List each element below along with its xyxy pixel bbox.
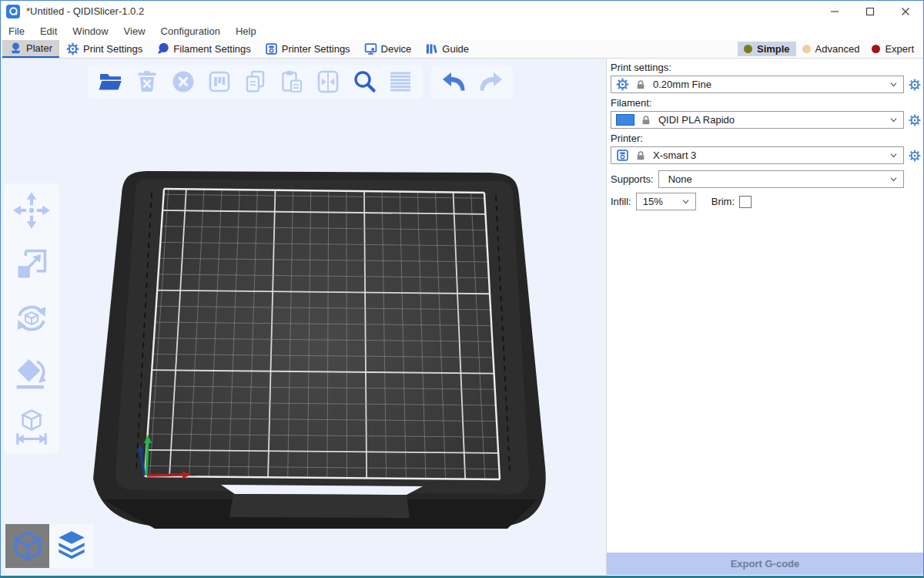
export-gcode-button[interactable]: Export G-code bbox=[607, 553, 923, 575]
open-button[interactable] bbox=[92, 65, 129, 99]
chevron-down-icon bbox=[887, 113, 900, 126]
printer-icon bbox=[265, 42, 278, 55]
maximize-button[interactable] bbox=[852, 1, 888, 22]
rotate-icon bbox=[12, 299, 51, 338]
scale-button[interactable] bbox=[9, 242, 54, 287]
delete-all-button[interactable] bbox=[165, 65, 201, 99]
chevron-down-icon bbox=[679, 195, 692, 208]
gear-icon bbox=[616, 78, 629, 91]
tab-guide[interactable]: Guide bbox=[418, 40, 476, 58]
menu-configuration[interactable]: Configuration bbox=[153, 25, 228, 37]
rotate-button[interactable] bbox=[9, 296, 54, 341]
infill-label: Infill: bbox=[611, 196, 631, 207]
tab-bar: Plater Print Settings Filament Settings … bbox=[1, 40, 923, 59]
menu-help[interactable]: Help bbox=[228, 25, 264, 37]
filament-combo[interactable]: QIDI PLA Rapido bbox=[611, 111, 904, 129]
lock-icon bbox=[634, 150, 647, 162]
minimize-button[interactable] bbox=[817, 1, 852, 22]
print-settings-combo[interactable]: 0.20mm Fine bbox=[611, 76, 904, 93]
place-on-face-icon bbox=[12, 353, 51, 391]
simple-dot-icon bbox=[744, 45, 752, 53]
mode-expert[interactable]: Expert bbox=[865, 42, 920, 56]
3d-viewport[interactable] bbox=[1, 59, 606, 576]
search-icon bbox=[352, 69, 377, 94]
paste-icon bbox=[280, 69, 304, 94]
tab-device[interactable]: Device bbox=[357, 40, 419, 58]
filament-gear-button[interactable] bbox=[909, 114, 921, 126]
measure-icon bbox=[12, 407, 51, 445]
move-icon bbox=[12, 191, 51, 230]
delete-button[interactable] bbox=[129, 65, 165, 99]
open-folder-icon bbox=[98, 69, 124, 94]
menu-file[interactable]: File bbox=[1, 25, 32, 37]
expert-dot-icon bbox=[872, 45, 880, 53]
advanced-dot-icon bbox=[802, 45, 811, 53]
undo-button[interactable] bbox=[436, 65, 472, 99]
app-window: *Untitled - QIDISlicer-1.0.2 File Edit W… bbox=[0, 0, 924, 578]
window-title: *Untitled - QIDISlicer-1.0.2 bbox=[26, 5, 144, 17]
scale-icon bbox=[13, 246, 50, 283]
undo-icon bbox=[440, 69, 468, 94]
layer-height-icon bbox=[388, 69, 413, 94]
tab-plater[interactable]: Plater bbox=[2, 40, 59, 58]
move-button[interactable] bbox=[9, 188, 54, 233]
layers-stack-icon bbox=[54, 529, 89, 564]
tab-printer-settings[interactable]: Printer Settings bbox=[258, 40, 357, 58]
preview-view-button[interactable] bbox=[49, 524, 93, 568]
menu-bar: File Edit Window View Configuration Help bbox=[1, 22, 923, 40]
menu-edit[interactable]: Edit bbox=[32, 25, 65, 37]
menu-view[interactable]: View bbox=[116, 25, 153, 37]
lock-icon bbox=[634, 79, 647, 91]
mode-simple[interactable]: Simple bbox=[738, 42, 796, 56]
viewport-toolbar bbox=[88, 65, 513, 99]
arrange-icon bbox=[207, 69, 232, 94]
chevron-down-icon bbox=[887, 149, 900, 162]
redo-button[interactable] bbox=[472, 65, 508, 99]
copy-button[interactable] bbox=[237, 65, 273, 99]
split-button[interactable] bbox=[310, 65, 346, 99]
print-settings-label: Print settings: bbox=[611, 62, 921, 73]
app-logo-icon bbox=[6, 5, 20, 18]
settings-sidebar: Print settings: 0.20mm Fine Filament: QI… bbox=[606, 59, 923, 576]
menu-window[interactable]: Window bbox=[65, 25, 116, 37]
supports-combo[interactable]: None bbox=[658, 170, 904, 188]
paste-button[interactable] bbox=[273, 65, 310, 99]
filament-color-swatch bbox=[616, 114, 634, 126]
printer-combo[interactable]: X-smart 3 bbox=[611, 146, 904, 164]
close-button[interactable] bbox=[888, 1, 923, 22]
measure-button[interactable] bbox=[9, 404, 54, 449]
plater-icon bbox=[9, 42, 22, 55]
tab-filament-settings[interactable]: Filament Settings bbox=[149, 40, 257, 58]
chevron-down-icon bbox=[887, 78, 900, 91]
delete-all-icon bbox=[171, 69, 196, 94]
copy-icon bbox=[243, 69, 268, 94]
trash-icon bbox=[135, 69, 159, 94]
printer-gear-button[interactable] bbox=[909, 150, 921, 162]
supports-label: Supports: bbox=[611, 173, 654, 185]
search-button[interactable] bbox=[346, 65, 382, 99]
split-icon bbox=[316, 69, 340, 94]
infill-combo[interactable]: 15% bbox=[636, 193, 696, 210]
arrange-button[interactable] bbox=[201, 65, 237, 99]
mode-advanced[interactable]: Advanced bbox=[796, 42, 866, 56]
printer-icon bbox=[616, 149, 629, 162]
guide-icon bbox=[425, 42, 438, 55]
title-bar: *Untitled - QIDISlicer-1.0.2 bbox=[1, 1, 923, 22]
gear-icon bbox=[66, 42, 79, 55]
brim-label: Brim: bbox=[711, 196, 735, 207]
chevron-down-icon bbox=[887, 173, 900, 186]
print-settings-gear-button[interactable] bbox=[909, 79, 921, 91]
device-icon bbox=[364, 42, 377, 55]
view-switch bbox=[5, 524, 93, 568]
printer-label: Printer: bbox=[611, 133, 921, 144]
redo-icon bbox=[477, 69, 504, 94]
lock-icon bbox=[640, 114, 652, 126]
build-plate bbox=[1, 59, 606, 576]
filament-icon bbox=[156, 42, 169, 55]
3d-view-button[interactable] bbox=[5, 524, 49, 568]
filament-label: Filament: bbox=[611, 97, 921, 109]
place-on-face-button[interactable] bbox=[9, 350, 54, 395]
tab-print-settings[interactable]: Print Settings bbox=[59, 40, 149, 58]
variable-layer-height-button[interactable] bbox=[382, 65, 418, 99]
brim-checkbox[interactable] bbox=[739, 196, 752, 208]
